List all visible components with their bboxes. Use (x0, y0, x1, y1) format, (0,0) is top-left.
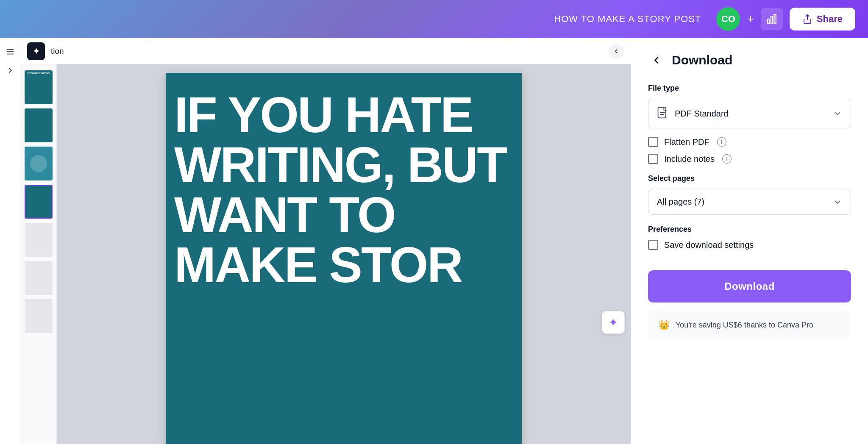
thumbnail-6[interactable] (25, 261, 53, 295)
file-type-label: File type (648, 84, 851, 93)
back-button[interactable] (648, 52, 665, 69)
analytics-button[interactable] (761, 8, 783, 30)
select-pages-dropdown[interactable]: All pages (7) (648, 189, 851, 215)
project-title: HOW TO MAKE A STORY POST (554, 14, 701, 25)
preferences-label: Preferences (648, 225, 851, 234)
panel-header: Download (648, 52, 851, 69)
download-panel: Download File type PDF Standard (631, 38, 868, 444)
include-notes-row: Include notes i (648, 154, 851, 164)
canvas-main-text: IF YOU HATE WRITING, BUT WANT TO MAKE ST… (174, 90, 513, 290)
page-name-label: tion (51, 47, 64, 56)
panel-title: Download (672, 53, 732, 67)
thumbnail-2[interactable] (25, 108, 53, 142)
thumbnail-3[interactable] (25, 147, 53, 180)
share-icon (802, 14, 812, 24)
thumbnail-strip: IF YOU HATE WRITING (20, 64, 57, 444)
thumbnail-5[interactable] (25, 223, 53, 257)
file-type-section: File type PDF Standard Flatten PDF i (648, 84, 851, 164)
include-notes-label: Include notes (664, 154, 715, 164)
savings-bar: 👑 You're saving US$6 thanks to Canva Pro (648, 311, 851, 339)
pages-dropdown-chevron-icon (833, 197, 842, 207)
file-type-value: PDF Standard (675, 109, 729, 119)
savings-text: You're saving US$6 thanks to Canva Pro (676, 321, 813, 330)
flatten-pdf-row: Flatten PDF i (648, 137, 851, 147)
include-notes-info-icon[interactable]: i (722, 154, 732, 164)
select-pages-label: Select pages (648, 174, 851, 183)
top-bar: HOW TO MAKE A STORY POST CO + Share (0, 0, 868, 38)
flatten-pdf-checkbox[interactable] (648, 137, 658, 147)
share-button[interactable]: Share (790, 8, 855, 31)
analytics-icon (766, 14, 777, 25)
secondary-nav: ✦ tion (20, 38, 631, 64)
select-pages-value: All pages (7) (657, 197, 704, 207)
sidebar-menu-icon[interactable] (2, 43, 19, 60)
save-settings-checkbox[interactable] (648, 240, 658, 250)
thumbnail-4-active[interactable] (25, 185, 53, 219)
flatten-pdf-info-icon[interactable]: i (717, 137, 726, 147)
crown-icon: 👑 (658, 319, 670, 330)
text-line-3: WANT TO (174, 190, 513, 240)
dropdown-left-content: PDF Standard (657, 107, 729, 120)
flatten-pdf-label: Flatten PDF (664, 137, 709, 147)
dropdown-chevron-icon (833, 109, 842, 118)
back-icon (651, 54, 662, 66)
include-notes-checkbox[interactable] (648, 154, 658, 164)
file-type-dropdown[interactable]: PDF Standard (648, 99, 851, 128)
page-arrow-left[interactable] (609, 44, 624, 59)
pdf-doc-icon (657, 107, 669, 120)
select-pages-section: Select pages All pages (7) (648, 174, 851, 215)
ai-sparkle-button[interactable]: ✦ (602, 311, 625, 334)
text-line-1: IF YOU HATE (174, 90, 513, 140)
thumbnail-7[interactable] (25, 299, 53, 333)
app-logo[interactable]: ✦ (27, 42, 45, 60)
avatar-button[interactable]: CO (716, 7, 740, 31)
sidebar-arrow-icon[interactable] (2, 62, 19, 79)
text-line-4: MAKE STOR (174, 240, 513, 290)
preferences-section: Preferences Save download settings (648, 225, 851, 250)
save-settings-row: Save download settings (648, 240, 851, 250)
add-collaborator-button[interactable]: + (747, 12, 754, 26)
svg-rect-0 (768, 19, 769, 23)
share-label: Share (817, 14, 843, 25)
svg-rect-2 (774, 14, 776, 23)
left-sidebar (0, 38, 20, 444)
download-button[interactable]: Download (648, 270, 851, 302)
save-settings-label: Save download settings (664, 240, 754, 250)
canvas-area: IF YOU HATE WRITING, BUT WANT TO MAKE ST… (57, 64, 631, 444)
thumbnail-1[interactable]: IF YOU HATE WRITING (25, 70, 53, 104)
svg-rect-1 (771, 17, 773, 23)
text-line-2: WRITING, BUT (174, 140, 513, 190)
design-canvas[interactable]: IF YOU HATE WRITING, BUT WANT TO MAKE ST… (166, 73, 522, 444)
